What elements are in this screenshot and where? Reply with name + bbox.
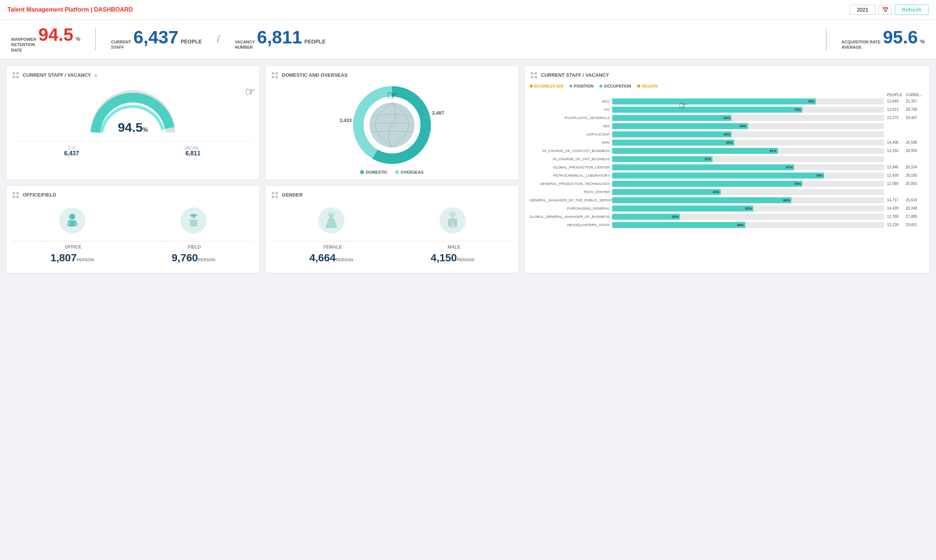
bar-people: 13,182 (887, 149, 904, 153)
bar-fill: 37% (612, 156, 713, 162)
main-grid: CURRENT STAFF / VACANCY » 94.5% (0, 60, 936, 279)
svg-rect-5 (276, 72, 278, 74)
bar-current: 29,651 (906, 223, 922, 227)
donut-container: 94.5% C.S 6,437 VACAN... 6,811 (12, 84, 254, 161)
bar-fill: 61% (612, 148, 778, 154)
bar-fill: 44% (612, 115, 732, 121)
svg-rect-18 (13, 196, 15, 198)
bar-fill: 45% (612, 140, 734, 146)
svg-rect-33 (276, 196, 278, 198)
field-label: FIELD (188, 245, 201, 250)
kpi-bar: MANPOWER RETENTION RATE 94.5 % CURRENT S… (0, 20, 936, 60)
bar-current: 25,357 (906, 99, 922, 103)
refresh-button[interactable]: Refresh (895, 5, 928, 15)
gender-values-row: 4,664PERSON 4,150PERSON (271, 252, 513, 264)
bar-values: 14,717 25,619 (887, 198, 924, 202)
bar-fill: 25% (612, 214, 680, 220)
app-title: Talent Management Platform | DASHBOARD (8, 6, 133, 13)
current-col-header: CURRE... (906, 93, 922, 97)
gender-content: FEMALE MALE 4,664PERSON 4,150PERSON (271, 204, 513, 268)
bar-fill: 44% (612, 131, 732, 137)
table-row: IN_CHARGE_OF_CNT_BUSINESS 37% (530, 156, 924, 162)
gender-divider (271, 241, 513, 242)
bar-fill: 75% (612, 98, 816, 105)
bar-pct: 49% (737, 223, 744, 227)
bar-label: GENERAL_PRODUCTION_TECHNOLOGY (530, 182, 612, 186)
bar-track: 75% (612, 98, 884, 105)
domestic-dot (360, 170, 364, 174)
field-person-svg (185, 212, 202, 229)
bar-pct: 61% (770, 149, 776, 153)
female-label-wrap: FEMALE (323, 245, 342, 250)
svg-rect-23 (67, 223, 70, 226)
gender-card: GENDER (265, 185, 519, 273)
people-col-header: PEOPLE (887, 93, 904, 97)
cs-value: 6,437 (64, 150, 79, 157)
bar-values: 13,946 28,104 (887, 165, 924, 169)
title-prefix: Talent Management Platform | (8, 6, 94, 13)
bar-current: 28,104 (906, 165, 922, 169)
tab-business-unit[interactable]: BUSINESS UNI (530, 84, 563, 88)
tab-occupation[interactable]: OCCUPATION (599, 84, 631, 88)
table-row: NCC 75% 13,649 25,357 (530, 98, 924, 105)
bar-current: 26,165 (906, 173, 922, 177)
staff-label: CURRENT STAFF (111, 39, 131, 50)
svg-point-36 (450, 211, 456, 217)
female-icon-wrap (318, 208, 345, 234)
overseas-value-label: 2,487 (432, 110, 445, 116)
acquisition-label: ACQUISITION RATE AVERAGE (842, 39, 881, 50)
top-bar-controls: 📅 Refresh (850, 5, 928, 15)
bar-values: 14,429 28,248 (887, 206, 924, 210)
bar-label: PURCHASING_GENERAL (530, 206, 612, 210)
female-svg (322, 211, 340, 230)
region-dot (637, 85, 640, 88)
staff-vacancy-title: CURRENT STAFF / VACANCY » (12, 71, 254, 79)
bar-track: 44% (612, 131, 884, 137)
office-value-wrap: 1,807PERSON (51, 252, 94, 264)
bar-values: 13,013 28,768 (887, 108, 924, 112)
bar-label: GLOBAL_GENERAL_MANAGER_OF_BUSINESS_PROMO… (530, 214, 612, 218)
bar-fill: 50% (612, 123, 748, 129)
female-circle (318, 208, 345, 234)
bar-current: 28,248 (906, 206, 922, 210)
calendar-button[interactable]: 📅 (879, 5, 892, 15)
bar-label: PO (530, 108, 612, 112)
field-person-circle (180, 208, 207, 234)
chart-icon (12, 71, 20, 79)
table-row: GENERAL_PRODUCTION_TECHNOLOGY 70% 12,589… (530, 181, 924, 187)
table-row: TECH_CENTER 40% (530, 189, 924, 195)
year-input[interactable] (850, 5, 876, 15)
bar-label: IN_CHARGE_OF_CNT_BUSINESS (530, 157, 612, 161)
staff-vacancy-card: CURRENT STAFF / VACANCY » 94.5% (6, 66, 260, 180)
tab-region[interactable]: REGION (637, 84, 658, 88)
bar-track: 25% (612, 214, 884, 220)
retention-label: MANPOWER RETENTION RATE (11, 37, 36, 53)
tab-position[interactable]: POSITION (570, 84, 594, 88)
table-row: ACRYLIC/SAP 44% (530, 131, 924, 137)
svg-rect-15 (534, 76, 537, 78)
bar-label: ACRYLIC/SAP (530, 132, 612, 136)
bar-track: 50% (612, 123, 884, 129)
bar-pct: 37% (704, 157, 711, 161)
bar-label: GENERAL_MANAGER_OF_THE_PUBLIC_SERVICE (530, 198, 612, 202)
svg-rect-1 (17, 72, 19, 74)
office-person-svg (64, 212, 80, 229)
bar-track: 45% (612, 140, 884, 146)
position-dot (570, 85, 573, 88)
table-row: HEADQUARTERS_STAFF 49% 13,230 29,651 (530, 222, 924, 228)
bar-track: 37% (612, 156, 884, 162)
gender-labels-row: FEMALE MALE (271, 245, 513, 250)
donut-pct: 94.5 (118, 120, 143, 134)
bar-current: 26,596 (906, 140, 922, 145)
male-unit: PERSON (457, 257, 474, 262)
bar-pct: 50% (740, 124, 747, 128)
bar-pct: 78% (816, 174, 822, 177)
bar-chart-title: CURRENT STAFF / VACANCY (530, 71, 924, 79)
office-icon-wrap (59, 208, 85, 234)
bar-chart-card: CURRENT STAFF / VACANCY BUSINESS UNI POS… (524, 66, 930, 273)
bar-label: HEADQUARTERS_STAFF (530, 223, 612, 227)
svg-rect-4 (272, 72, 274, 74)
table-row: HPM 45% 14,406 26,596 (530, 140, 924, 146)
acquisition-kpi: ACQUISITION RATE AVERAGE 95.6 % (842, 28, 925, 50)
vacancy-stat-label: VACAN... (184, 146, 202, 150)
